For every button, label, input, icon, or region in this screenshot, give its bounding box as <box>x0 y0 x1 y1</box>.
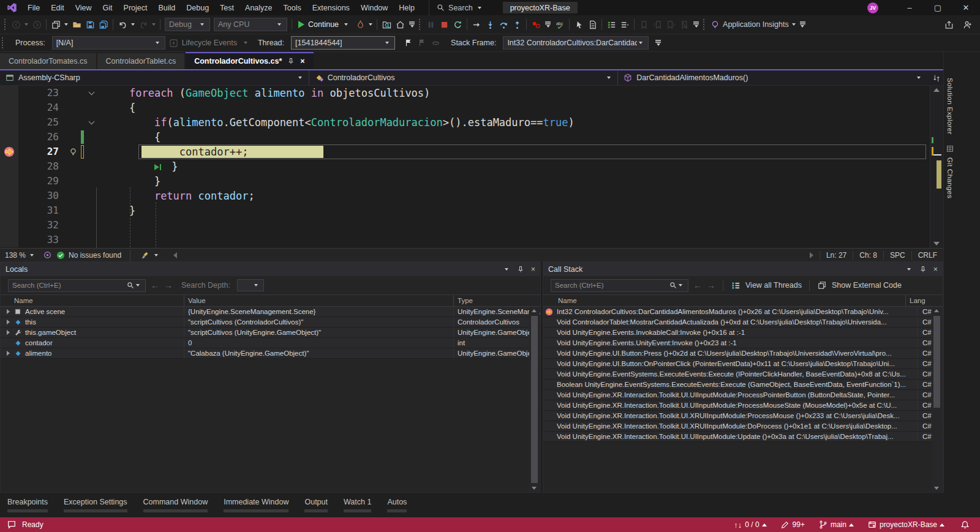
code-text[interactable]: if(alimento.GetComponent<ControladorMadu… <box>97 115 943 130</box>
save-all-icon[interactable] <box>97 18 110 31</box>
column-header[interactable]: Type <box>454 295 540 306</box>
callstack-scrollbar[interactable] <box>932 307 942 492</box>
callstack-frame-row[interactable]: Void UnityEngine.XR.Interaction.Toolkit.… <box>543 411 943 421</box>
undo-icon[interactable] <box>116 18 129 31</box>
tab-solution-explorer[interactable]: Solution Explorer <box>946 78 954 135</box>
hot-reload-icon[interactable] <box>353 18 367 31</box>
code-text[interactable]: { <box>97 100 943 115</box>
step-out-icon[interactable] <box>510 18 524 31</box>
nav-back-icon[interactable] <box>9 18 23 31</box>
run-to-click-icon[interactable] <box>154 164 165 170</box>
close-panel-icon[interactable]: × <box>531 265 535 274</box>
breakpoint-margin[interactable] <box>0 115 18 130</box>
breakpoint-margin[interactable] <box>0 203 18 218</box>
view-all-threads-button[interactable]: View all Threads <box>745 281 802 290</box>
menu-project[interactable]: Project <box>118 0 153 15</box>
breakpoint-margin[interactable] <box>0 100 18 115</box>
callstack-frame-row[interactable]: Void UnityEngine.Events.UnityEvent:Invok… <box>543 338 943 348</box>
line-number[interactable]: 25 <box>18 115 66 130</box>
line-number[interactable]: 28 <box>18 159 66 174</box>
thread-combo[interactable]: [1541844544] <box>291 36 395 50</box>
breakpoint-margin[interactable] <box>0 144 18 159</box>
project-name-button[interactable]: proyectoXR-Base <box>503 2 578 13</box>
editor-line[interactable]: 31 } <box>0 203 943 218</box>
toolbar-grip[interactable] <box>2 37 5 48</box>
app-insights-bulb-icon[interactable] <box>708 18 722 31</box>
lifecycle-events-label[interactable]: Lifecycle Events <box>182 39 237 47</box>
dropdown-caret-icon[interactable] <box>152 23 156 26</box>
line-number[interactable]: 23 <box>18 86 66 100</box>
scroll-up-icon[interactable] <box>933 88 940 92</box>
menu-git[interactable]: Git <box>97 0 118 15</box>
new-window-icon[interactable] <box>49 18 62 31</box>
redo-icon[interactable] <box>137 18 150 31</box>
locals-title-bar[interactable]: Locals × <box>1 262 540 276</box>
find-in-files-icon[interactable] <box>380 18 393 31</box>
tab-autos[interactable]: Autos <box>387 498 407 517</box>
menu-window[interactable]: Window <box>355 0 393 15</box>
tab-breakpoints[interactable]: Breakpoints <box>7 498 48 517</box>
column-header[interactable]: Name <box>1 295 184 306</box>
dropdown-caret-icon[interactable] <box>131 23 135 26</box>
expand-arrow-icon[interactable] <box>7 351 10 356</box>
menu-help[interactable]: Help <box>393 0 420 15</box>
fold-margin[interactable] <box>86 86 97 100</box>
toolbar-grip[interactable] <box>419 19 422 30</box>
char-indicator[interactable]: Ch: 8 <box>853 251 883 260</box>
expand-arrow-icon[interactable] <box>7 330 10 335</box>
dropdown-caret-icon[interactable] <box>369 23 372 26</box>
search-back-icon[interactable]: ← <box>151 280 159 290</box>
callstack-frame-row[interactable]: Void UnityEngine.UI.Button:Press ()+0x2d… <box>543 348 943 359</box>
avatar[interactable]: JV <box>867 2 878 13</box>
toolbar-overflow-icon[interactable] <box>655 40 661 46</box>
collapse-chevron-icon[interactable] <box>88 119 94 125</box>
tab-output[interactable]: Output <box>304 498 328 517</box>
line-number[interactable]: 32 <box>18 218 66 233</box>
code-text[interactable]: foreach (GameObject alimento in objetosC… <box>97 86 943 100</box>
menu-build[interactable]: Build <box>153 0 181 15</box>
code-text[interactable]: } <box>97 174 943 189</box>
issues-status[interactable]: No issues found <box>69 251 121 260</box>
properties-grid-icon[interactable] <box>945 144 955 154</box>
callstack-frame-row[interactable]: Void UnityEngine.Events.InvokableCall:In… <box>543 328 943 338</box>
locals-row[interactable]: alimento"Calabaza (UnityEngine.GameObjec… <box>1 348 540 359</box>
solution-configurations-combo[interactable]: Debug <box>165 18 210 31</box>
solution-platforms-combo[interactable]: Any CPU <box>214 18 287 31</box>
column-header[interactable]: Value <box>184 295 454 306</box>
editor-line[interactable]: 27 contador++; <box>0 144 943 159</box>
column-header[interactable]: Lang <box>906 295 943 306</box>
zoom-dropdown[interactable]: 138 % <box>0 251 40 260</box>
hscroll-left-icon[interactable] <box>173 252 177 258</box>
breakpoint-margin[interactable] <box>0 159 18 174</box>
editor-line[interactable]: 24 { <box>0 100 943 115</box>
callstack-frame-row[interactable]: Void UnityEngine.XR.Interaction.Toolkit.… <box>543 400 943 411</box>
breakpoint-margin[interactable] <box>0 233 18 247</box>
search-forward-icon[interactable]: → <box>707 280 715 290</box>
toolbar-overflow-icon[interactable] <box>545 21 551 28</box>
callstack-title-bar[interactable]: Call Stack × <box>543 262 943 276</box>
toolbar-grip[interactable] <box>703 19 706 30</box>
bookmark-icon[interactable] <box>637 18 650 31</box>
callstack-frame-row[interactable]: Boolean UnityEngine.EventSystems.Execute… <box>543 380 943 390</box>
nav-type-dropdown[interactable]: ControladorCultivos <box>309 70 619 85</box>
toolbar-overflow-icon[interactable] <box>800 21 805 28</box>
list-params-icon[interactable] <box>618 18 631 31</box>
menu-analyze[interactable]: Analyze <box>239 0 277 15</box>
step-over-icon[interactable] <box>497 18 510 31</box>
spaces-indicator[interactable]: SPC <box>883 251 911 260</box>
line-number[interactable]: 33 <box>18 233 66 247</box>
locals-row[interactable]: Active scene{UnityEngine.SceneManagement… <box>1 307 540 317</box>
line-indicator[interactable]: Ln: 27 <box>820 251 853 260</box>
tab-git-changes[interactable]: Git Changes <box>946 157 954 198</box>
eol-indicator[interactable]: CRLF <box>911 251 943 260</box>
callstack-frame-row[interactable]: Void UnityEngine.EventSystems.ExecuteEve… <box>543 369 943 380</box>
tab-controladortablet-cs[interactable]: ControladorTablet.cs <box>97 53 185 69</box>
pending-changes-button[interactable]: 99+ <box>780 520 805 530</box>
branch-button[interactable]: main <box>818 520 854 530</box>
editor-line[interactable]: 33 <box>0 233 943 247</box>
line-number[interactable]: 27 <box>18 144 66 159</box>
locals-search-input[interactable]: Search (Ctrl+E) <box>8 279 146 292</box>
pause-icon[interactable] <box>424 18 437 31</box>
code-cleanup-icon[interactable] <box>139 249 153 262</box>
expand-arrow-icon[interactable] <box>7 309 10 314</box>
